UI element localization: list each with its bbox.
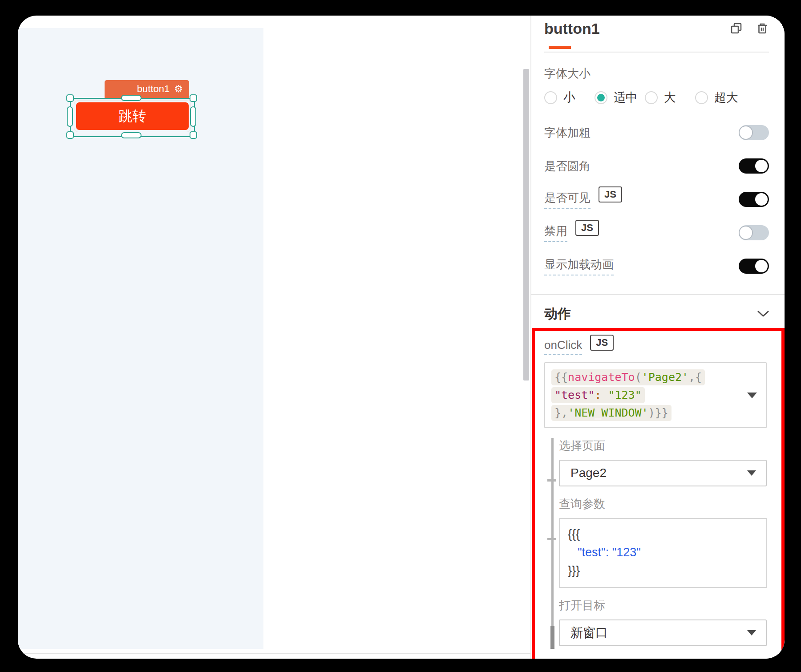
- radio-icon[interactable]: [544, 91, 557, 104]
- code-token: 'Page2': [642, 371, 688, 384]
- tree-tick: [547, 479, 556, 482]
- select-page-value: Page2: [570, 466, 607, 480]
- font-bold-label: 字体加粗: [544, 125, 591, 141]
- font-size-radio-group: 小 适中 大 超大: [544, 89, 769, 105]
- dropdown-caret-icon: [747, 630, 756, 636]
- toggle-knob: [739, 226, 753, 240]
- property-panel: button1 字体大小 小 适中: [531, 16, 785, 659]
- query-params-editor[interactable]: {{{ "test": "123" }}}: [559, 518, 767, 588]
- tree-line-endcap: [550, 626, 554, 649]
- app-window: button1 ⚙ 跳转 button1: [18, 16, 785, 659]
- code-token: "123": [608, 389, 641, 401]
- dropdown-caret-icon[interactable]: [747, 393, 757, 398]
- query-params-line: }}}: [568, 562, 758, 580]
- panel-tabbar[interactable]: [544, 46, 769, 53]
- disabled-js-badge[interactable]: JS: [575, 220, 599, 236]
- code-token: 'NEW_WINDOW': [568, 406, 648, 419]
- font-bold-toggle[interactable]: [739, 125, 769, 140]
- query-params-label: 查询参数: [559, 496, 767, 512]
- resize-handle-nw[interactable]: [66, 94, 74, 102]
- resize-handle-n[interactable]: [121, 95, 142, 101]
- resize-handle-e[interactable]: [190, 106, 196, 127]
- gear-icon[interactable]: ⚙: [174, 84, 183, 94]
- code-token: :: [595, 389, 608, 401]
- disabled-toggle[interactable]: [739, 225, 769, 240]
- code-token: },: [554, 406, 568, 419]
- loading-toggle[interactable]: [739, 259, 769, 274]
- radio-font-medium[interactable]: 适中: [595, 89, 645, 105]
- open-target-value: 新窗口: [570, 624, 608, 641]
- radio-selected-icon[interactable]: [595, 91, 607, 104]
- resize-handle-w[interactable]: [67, 106, 73, 127]
- disabled-label: 禁用: [544, 223, 567, 242]
- action-subfields: 选择页面 Page2 查询参数 {{{ "test": "123" }}} 打开…: [551, 438, 767, 649]
- toggle-knob: [739, 125, 753, 140]
- row-rounded: 是否圆角: [544, 157, 769, 175]
- open-target-dropdown[interactable]: 新窗口: [559, 619, 767, 646]
- resize-handle-ne[interactable]: [190, 94, 197, 102]
- onclick-js-badge[interactable]: JS: [590, 335, 614, 351]
- toggle-knob: [755, 193, 768, 206]
- code-token: "test": [554, 389, 595, 401]
- row-font-bold: 字体加粗: [544, 123, 769, 142]
- canvas-button[interactable]: 跳转: [76, 102, 189, 130]
- row-disabled: 禁用 JS: [544, 223, 769, 242]
- row-loading: 显示加载动画: [544, 257, 769, 275]
- widget-name-label: button1: [137, 83, 170, 95]
- canvas[interactable]: button1 ⚙ 跳转: [18, 28, 263, 649]
- query-params-line: "test": "123": [568, 543, 758, 562]
- onclick-row: onClick JS: [544, 338, 767, 355]
- onclick-code-editor[interactable]: {{navigateTo('Page2',{ "test": "123" },'…: [544, 362, 767, 428]
- resize-handle-se[interactable]: [190, 131, 197, 139]
- radio-icon[interactable]: [695, 91, 708, 104]
- section-divider: [531, 294, 785, 295]
- active-tab-indicator: [549, 46, 571, 49]
- action-title: 动作: [544, 305, 571, 323]
- radio-font-large[interactable]: 大: [645, 89, 695, 105]
- query-params-line: {{{: [568, 525, 758, 543]
- delete-widget-button[interactable]: [756, 22, 769, 35]
- widget-name-tag[interactable]: button1 ⚙: [105, 80, 189, 98]
- panel-scrollbar[interactable]: [523, 69, 529, 381]
- onclick-highlight-box: onClick JS {{navigateTo('Page2',{ "test"…: [532, 328, 785, 659]
- rounded-label: 是否圆角: [544, 158, 591, 174]
- visible-label: 是否可见: [544, 190, 591, 209]
- select-page-dropdown[interactable]: Page2: [559, 460, 767, 486]
- chevron-down-icon[interactable]: [757, 311, 769, 317]
- code-token: {{: [554, 371, 568, 384]
- loading-label: 显示加载动画: [544, 257, 614, 275]
- panel-header: button1: [544, 19, 769, 38]
- select-page-label: 选择页面: [559, 438, 767, 453]
- radio-font-xlarge[interactable]: 超大: [695, 89, 738, 105]
- dropdown-caret-icon: [747, 470, 756, 476]
- onclick-label: onClick: [544, 338, 582, 355]
- copy-widget-button[interactable]: [730, 22, 743, 35]
- widget-title: button1: [544, 20, 717, 37]
- radio-font-small[interactable]: 小: [544, 89, 595, 105]
- visible-toggle[interactable]: [739, 192, 769, 207]
- toggle-knob: [755, 260, 768, 272]
- tree-tick: [547, 538, 556, 540]
- code-token: (: [635, 371, 642, 384]
- row-visible: 是否可见 JS: [544, 190, 769, 209]
- code-token: )}}: [648, 406, 668, 419]
- font-size-label: 字体大小: [544, 66, 769, 81]
- radio-icon[interactable]: [645, 91, 658, 104]
- rounded-toggle[interactable]: [739, 158, 769, 174]
- visible-js-badge[interactable]: JS: [599, 186, 622, 202]
- action-section-header[interactable]: 动作: [544, 306, 769, 322]
- resize-handle-s[interactable]: [121, 132, 142, 138]
- open-target-label: 打开目标: [559, 598, 767, 613]
- toggle-knob: [755, 160, 768, 172]
- code-token: navigateTo: [568, 371, 635, 384]
- resize-handle-sw[interactable]: [66, 131, 74, 139]
- code-token: ,{: [688, 371, 702, 384]
- tree-line: [551, 438, 554, 649]
- button-widget-container[interactable]: 跳转: [74, 100, 191, 132]
